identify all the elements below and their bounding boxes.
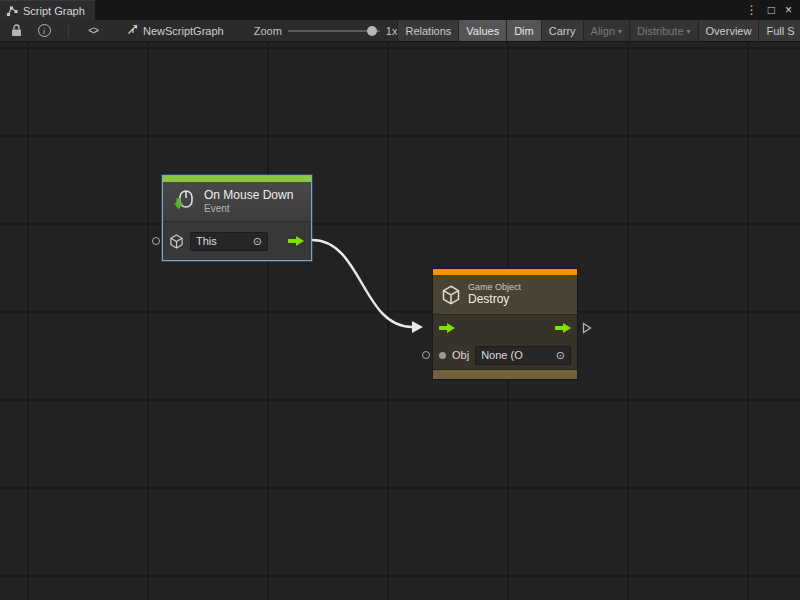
flow-connection-wire [0,42,800,600]
values-button[interactable]: Values [458,20,506,42]
carry-button[interactable]: Carry [541,20,583,42]
graph-asset-icon [127,24,138,37]
node-footer-bar [433,369,577,379]
node-header: Game Object Destroy [433,275,577,315]
graph-asset-name: NewScriptGraph [143,25,224,37]
tab-bar: Script Graph ⋮ □ × [0,0,800,20]
target-icon: ⊙ [556,349,565,362]
tab-script-graph[interactable]: Script Graph [0,0,95,20]
node-on-mouse-down[interactable]: On Mouse Down Event This ⊙ [162,175,312,261]
node-title: Destroy [468,293,521,307]
dim-button[interactable]: Dim [506,20,541,42]
tab-title: Script Graph [23,5,85,17]
value-port-dot [439,352,446,359]
flow-input-port[interactable] [438,322,456,334]
node-header: On Mouse Down Event [163,182,311,222]
zoom-value: 1x [386,25,398,37]
menu-icon[interactable]: ⋮ [746,4,758,16]
chevron-down-icon: ▾ [687,27,691,36]
this-target-dropdown[interactable]: This ⊙ [190,232,268,251]
graph-toolbar: i <> NewScriptGraph Zoom 1x Relations Va… [0,20,800,42]
flow-output-port[interactable] [287,235,305,247]
lock-icon[interactable] [8,23,24,39]
node-title: On Mouse Down [204,189,293,203]
close-icon[interactable]: × [785,4,792,16]
overview-button[interactable]: Overview [698,20,759,42]
target-icon: ⊙ [253,235,262,248]
graph-asset-breadcrumb[interactable]: NewScriptGraph [127,24,224,37]
unconnected-flow-triangle[interactable] [582,322,592,334]
toolbar-toggle-group: Relations Values Dim Carry Align ▾ Distr… [397,20,800,42]
gameobject-cube-icon [441,285,461,305]
edit-code-icon[interactable]: <> [85,23,101,39]
zoom-control: Zoom 1x [254,25,398,37]
gameobject-cube-icon [169,234,184,249]
zoom-slider-handle[interactable] [367,26,377,36]
distribute-button[interactable]: Distribute ▾ [629,20,697,42]
chevron-down-icon: ▾ [618,27,622,36]
zoom-slider[interactable] [288,30,380,32]
flow-port-row [433,315,577,341]
node-destroy[interactable]: Game Object Destroy [432,268,578,380]
fullscreen-button[interactable]: Full S [758,20,800,42]
script-graph-icon [6,5,18,17]
flow-output-port[interactable] [554,322,572,334]
info-icon[interactable]: i [36,23,52,39]
toolbar-left-group: i <> [8,23,101,39]
toolbar-divider [68,24,69,38]
relations-button[interactable]: Relations [397,20,458,42]
graph-canvas[interactable]: On Mouse Down Event This ⊙ [0,42,800,600]
node-subtitle: Event [204,203,293,215]
obj-input-port[interactable] [422,351,430,359]
zoom-label: Zoom [254,25,282,37]
mouse-down-icon [171,189,197,215]
target-input-port[interactable] [152,237,160,245]
window-controls: ⋮ □ × [746,0,800,20]
obj-port-row: Obj None (O ⊙ [433,341,577,369]
node-port-row: This ⊙ [163,222,311,260]
obj-object-field[interactable]: None (O ⊙ [475,346,571,365]
align-button[interactable]: Align ▾ [583,20,629,42]
script-graph-window: Script Graph ⋮ □ × i <> [0,0,800,600]
maximize-icon[interactable]: □ [768,4,775,16]
obj-label: Obj [452,349,469,361]
